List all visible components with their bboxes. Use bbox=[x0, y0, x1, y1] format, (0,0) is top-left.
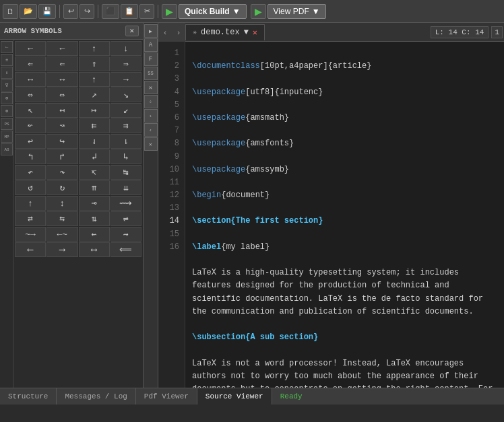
run-button[interactable]: ▶ bbox=[162, 4, 177, 19]
symbol-two2[interactable]: ⇉ bbox=[111, 118, 141, 133]
symbol-searr[interactable]: ↘ bbox=[111, 87, 141, 102]
symbol-num4[interactable]: ⟿ bbox=[111, 196, 141, 211]
updown-icon[interactable]: ⇕ bbox=[1, 67, 13, 79]
symbol-circ2[interactable]: ↻ bbox=[46, 180, 77, 195]
symbol-wave1[interactable]: ~→ bbox=[15, 227, 46, 242]
sidebar-icon-x[interactable]: ✕ bbox=[144, 81, 158, 94]
symbol-two1[interactable]: ⇇ bbox=[79, 118, 110, 133]
tab-close-button[interactable]: ✕ bbox=[253, 28, 257, 38]
symbol-wave3[interactable]: ⇜ bbox=[79, 227, 110, 242]
as-icon[interactable]: AS bbox=[1, 143, 13, 155]
paste-button[interactable]: 📋 bbox=[121, 4, 138, 19]
copy-button[interactable]: ⬛ bbox=[102, 4, 119, 19]
symbol-wave2[interactable]: ←~ bbox=[46, 227, 77, 242]
tab-pdf-viewer[interactable]: Pdf Viewer bbox=[136, 388, 197, 405]
symbol-hook1[interactable]: ↩ bbox=[15, 134, 46, 149]
sidebar-icon-div[interactable]: ÷ bbox=[144, 95, 158, 108]
symbol-arr5[interactable]: ↲ bbox=[79, 149, 110, 164]
symbol-lrarr[interactable]: ↔ bbox=[15, 72, 46, 87]
sidebar-icon-left[interactable]: ‹ bbox=[144, 123, 158, 137]
symbol-darr-l[interactable]: ↓ bbox=[111, 41, 141, 56]
symbol-lrarr2[interactable]: ↔ bbox=[46, 72, 77, 87]
symbol-twoarr1[interactable]: ⇄ bbox=[15, 211, 46, 226]
symbol-uarr3[interactable]: ⇈ bbox=[79, 180, 110, 195]
tab-next-button[interactable]: › bbox=[172, 23, 185, 42]
symbol-twoarr2[interactable]: ⇆ bbox=[46, 211, 77, 226]
symbol-dlarr[interactable]: ⇐ bbox=[15, 57, 46, 71]
open-file-button[interactable]: 📂 bbox=[20, 4, 37, 19]
symbol-num3[interactable]: ⊸ bbox=[79, 196, 110, 211]
cut-button[interactable]: ✂ bbox=[139, 4, 154, 19]
symbol-nwarr[interactable]: ↖ bbox=[15, 103, 46, 118]
tab-demo-tex[interactable]: ✳ demo.tex ▼ ✕ bbox=[185, 24, 265, 40]
sidebar-icon-x2[interactable]: ✕ bbox=[144, 137, 158, 151]
symbol-hook2[interactable]: ↪ bbox=[46, 134, 77, 149]
tab-messages-log[interactable]: Messages / Log bbox=[57, 388, 135, 405]
symbol-long3[interactable]: ⟷ bbox=[79, 242, 110, 257]
symbols-close-button[interactable]: ✕ bbox=[125, 26, 139, 36]
symbol-arr9[interactable]: ↸ bbox=[79, 165, 110, 180]
symbol-dlrarr2[interactable]: ⇔ bbox=[46, 87, 77, 102]
symbol-twoarr4[interactable]: ⇌ bbox=[111, 211, 141, 226]
symbol-curly2[interactable]: ↝ bbox=[46, 118, 77, 133]
sidebar-icon-1[interactable]: ▶ bbox=[144, 24, 158, 38]
symbol-dlrarr[interactable]: ⇔ bbox=[15, 87, 46, 102]
mp-icon[interactable]: MP bbox=[1, 131, 13, 143]
symbol-arr11[interactable]: ⇊ bbox=[111, 180, 141, 195]
code-content[interactable]: \documentclass[10pt,a4paper]{article} \u… bbox=[185, 42, 504, 388]
view-pdf-button[interactable]: View PDF ▼ bbox=[267, 4, 326, 19]
symbol-circ1[interactable]: ↺ bbox=[15, 180, 46, 195]
symbol-larr[interactable]: ← bbox=[15, 41, 46, 56]
code-line-2: \usepackage[utf8]{inputenc} bbox=[192, 86, 497, 99]
arrow-left-icon[interactable]: ← bbox=[1, 41, 13, 53]
symbol-long2[interactable]: ⟶ bbox=[46, 242, 77, 257]
otimes-icon[interactable]: ⊗ bbox=[1, 105, 13, 117]
symbol-num1[interactable]: ↑ bbox=[15, 196, 46, 211]
symbol-num2[interactable]: ↕ bbox=[46, 196, 77, 211]
sidebar-icon-ss[interactable]: SS bbox=[144, 67, 158, 80]
symbol-long1[interactable]: ⟵ bbox=[15, 242, 46, 257]
save-file-button[interactable]: 💾 bbox=[38, 4, 56, 19]
symbol-wave4[interactable]: ⇝ bbox=[111, 227, 141, 242]
run2-button[interactable]: ▶ bbox=[251, 4, 266, 19]
symbol-arr8[interactable]: ↷ bbox=[46, 165, 77, 180]
symbol-twoarr3[interactable]: ⇅ bbox=[79, 211, 110, 226]
symbol-arr7[interactable]: ↶ bbox=[15, 165, 46, 180]
sidebar-icon-a[interactable]: A bbox=[144, 38, 158, 52]
redo-button[interactable]: ↪ bbox=[80, 4, 94, 19]
symbol-long4[interactable]: ⟸ bbox=[111, 242, 141, 257]
tab-pdf-label: Pdf Viewer bbox=[144, 392, 189, 400]
sidebar-icon-f[interactable]: F bbox=[144, 52, 158, 66]
tab-prev-button[interactable]: ‹ bbox=[158, 23, 172, 42]
symbol-nearr[interactable]: ↗ bbox=[79, 87, 110, 102]
sidebar-icon-right[interactable]: › bbox=[144, 109, 158, 122]
symbol-arr1[interactable]: ⇃ bbox=[79, 134, 110, 149]
nabla-icon[interactable]: ∇ bbox=[1, 79, 13, 92]
plusminus-icon[interactable]: ± bbox=[1, 54, 13, 66]
symbol-larr2[interactable]: ← bbox=[46, 41, 77, 56]
symbols-scroll-area[interactable]: ← ← ↑ ↓ ⇐ ⇐ ⇑ ⇒ ↔ ↔ ↑ → ⇔ ⇔ bbox=[13, 40, 143, 388]
symbol-rarr2[interactable]: ↦ bbox=[79, 103, 110, 118]
symbol-larr3[interactable]: ↤ bbox=[46, 103, 77, 118]
tab-structure[interactable]: Structure bbox=[0, 388, 57, 405]
symbol-uarr2[interactable]: ↑ bbox=[79, 72, 110, 87]
symbol-dlarr2[interactable]: ⇐ bbox=[46, 57, 77, 71]
symbol-arr2[interactable]: ⇂ bbox=[111, 134, 141, 149]
new-file-button[interactable]: 🗋 bbox=[3, 4, 18, 19]
symbol-drarr[interactable]: ⇒ bbox=[111, 57, 141, 71]
symbol-arr4[interactable]: ↱ bbox=[46, 149, 77, 164]
undo-button[interactable]: ↩ bbox=[63, 4, 78, 19]
ps-icon[interactable]: PS bbox=[1, 118, 13, 130]
symbol-curly1[interactable]: ↜ bbox=[15, 118, 46, 133]
tab-source-viewer[interactable]: Source Viewer bbox=[197, 388, 272, 405]
symbol-uarr[interactable]: ↑ bbox=[79, 41, 110, 56]
symbol-arr6[interactable]: ↳ bbox=[111, 149, 141, 164]
symbol-rarr[interactable]: → bbox=[111, 72, 141, 87]
quick-build-button[interactable]: Quick Build ▼ bbox=[179, 4, 247, 19]
code-line-3: \usepackage{amsmath} bbox=[192, 112, 497, 125]
symbol-duarr[interactable]: ⇑ bbox=[79, 57, 110, 71]
symbol-arr10[interactable]: ↹ bbox=[111, 165, 141, 180]
oplus-icon[interactable]: ⊕ bbox=[1, 92, 13, 104]
symbol-arr3[interactable]: ↰ bbox=[15, 149, 46, 164]
symbol-swarr[interactable]: ↙ bbox=[111, 103, 141, 118]
